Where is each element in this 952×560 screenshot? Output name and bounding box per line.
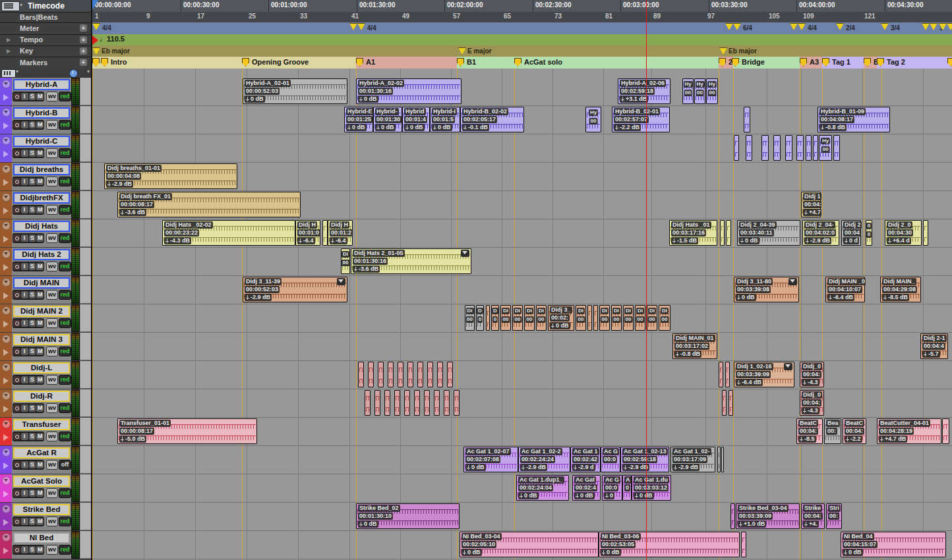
tempo-expander-icon[interactable]: ▶ — [7, 34, 11, 45]
solo-button[interactable]: S — [29, 235, 36, 242]
timecode-label[interactable]: 00:02:30:00 — [535, 1, 571, 9]
waveform-view-button[interactable]: wv — [46, 318, 58, 328]
audio-clip[interactable] — [813, 135, 818, 161]
input-monitor-button[interactable]: I — [21, 461, 28, 468]
audio-clip[interactable]: Didj 1_02-1600:03:39:09-6.4 dB — [734, 362, 794, 387]
track-name[interactable]: Didj Hats — [13, 221, 70, 232]
tempo-event-icon[interactable] — [92, 36, 98, 45]
track-lane[interactable]: Didj 3_11-3900:00:52:03-2.9 dBDidj 3_11-… — [92, 276, 952, 304]
audio-clip[interactable]: BeatC00:04:-8.5 — [796, 418, 823, 444]
audio-clip[interactable]: NI Bed_0400:04:15:070 dB — [841, 532, 946, 557]
audio-clip[interactable]: Hy00 — [819, 135, 832, 161]
track-collapse-button[interactable] — [2, 108, 11, 117]
record-arm-button[interactable] — [13, 490, 20, 497]
add-marker-button[interactable]: + — [80, 59, 87, 66]
audio-clip[interactable]: Di00 — [599, 305, 610, 331]
audio-clip[interactable] — [486, 305, 490, 331]
audio-clip[interactable]: Didj Hats _0100:03:17:16-1.5 dB — [669, 220, 717, 246]
record-arm-button[interactable] — [13, 461, 20, 468]
waveform-view-button[interactable]: wv — [46, 290, 58, 300]
audio-clip[interactable]: Hybrid-B_02-0100:02:57:07-2.2 dB — [612, 107, 670, 132]
audio-clip[interactable]: Didj breaths_01-0100:00:04:08-2.9 dB — [104, 163, 237, 189]
track-resize-strip[interactable] — [80, 304, 91, 332]
audio-clip[interactable] — [417, 362, 423, 387]
track-lane[interactable]: Didj Hats _02-0200:00:23:22-4.3 dBDidj H… — [92, 219, 952, 248]
bar-number-label[interactable]: 41 — [351, 13, 359, 20]
track-name[interactable]: Hybrid-C — [13, 136, 70, 147]
solo-button[interactable]: S — [29, 405, 36, 412]
input-monitor-button[interactable]: I — [21, 518, 28, 525]
track-name[interactable]: Hybrid-B — [13, 107, 70, 119]
bar-number-label[interactable]: 9 — [146, 13, 150, 20]
automation-mode-button[interactable]: red — [59, 517, 71, 526]
audio-clip[interactable] — [587, 305, 592, 331]
input-monitor-button[interactable]: I — [21, 433, 28, 440]
timecode-label[interactable]: 00:04:30:00 — [887, 1, 923, 9]
track-name[interactable]: Transfuser — [13, 419, 70, 430]
audio-clip[interactable]: Ac G00:0 — [601, 447, 620, 472]
track-lane[interactable]: Didj MAIN_0100:03:17:02-0.8 dBDidj 2-100… — [92, 333, 952, 361]
ruler-label-timecode[interactable]: Timecode — [28, 0, 65, 12]
input-monitor-button[interactable]: I — [21, 178, 28, 185]
track-lane[interactable]: Ac Gat 1.dup1_00:02:24:040 dBAc Gat00:02… — [92, 474, 952, 503]
solo-button[interactable]: S — [29, 93, 36, 100]
audio-clip[interactable]: D0 — [491, 305, 499, 331]
bar-number-label[interactable]: 89 — [653, 13, 661, 20]
audio-clip[interactable]: Di00 — [500, 305, 511, 331]
solo-button[interactable]: S — [29, 320, 36, 327]
audio-clip[interactable] — [378, 362, 384, 387]
audio-clip[interactable]: Di00 — [341, 248, 350, 274]
audio-clip[interactable] — [725, 362, 730, 387]
marker-label[interactable]: Opening Groove — [252, 58, 309, 66]
audio-clip[interactable]: Hy00 — [682, 78, 694, 104]
audio-clip[interactable]: D0 — [476, 305, 484, 331]
audio-clip[interactable]: Didj H00:01:0-6.4 — [295, 220, 320, 246]
automation-mode-button[interactable]: red — [59, 233, 71, 243]
audio-clip[interactable]: Didj MAIN _000:04:10:07-6.4 dB — [825, 277, 865, 302]
audio-clip[interactable] — [374, 390, 380, 416]
waveform-view-button[interactable]: wv — [46, 233, 58, 243]
audio-clip[interactable] — [746, 135, 752, 161]
marker-label[interactable]: A1 — [366, 58, 375, 66]
solo-button[interactable]: S — [29, 546, 36, 553]
audio-clip[interactable]: 00 — [866, 220, 872, 246]
audio-clip[interactable] — [384, 390, 390, 416]
waveform-view-button[interactable]: wv — [46, 460, 58, 470]
automation-mode-button[interactable]: red — [59, 347, 71, 356]
key-event-icon[interactable] — [458, 47, 466, 55]
mute-button[interactable]: M — [36, 405, 44, 412]
track-name[interactable]: Strike Bed — [13, 504, 70, 515]
automation-mode-button[interactable]: red — [59, 375, 71, 385]
track-name[interactable]: DidjbrethFX — [13, 192, 70, 204]
tempo-ruler[interactable]: ♩110.5 — [92, 34, 952, 46]
ruler-label-key[interactable]: Key — [20, 45, 33, 57]
audio-clip[interactable]: Hybrid-B_02-0200:02:05:17-0.1 dB — [460, 107, 524, 132]
input-monitor-button[interactable]: I — [21, 320, 28, 327]
record-arm-button[interactable] — [13, 320, 20, 327]
audio-clip[interactable] — [741, 532, 746, 557]
automation-mode-button[interactable]: red — [59, 290, 71, 300]
timecode-label[interactable]: 00:00:00:00 — [95, 1, 131, 9]
waveform-view-button[interactable]: wv — [46, 262, 58, 271]
solo-button[interactable]: S — [29, 291, 36, 298]
audio-clip[interactable]: Strike00:04:+4. — [801, 503, 825, 529]
timecode-label[interactable]: 00:03:00:00 — [623, 1, 659, 9]
track-resize-strip[interactable] — [80, 134, 91, 162]
audio-clip[interactable] — [923, 220, 928, 246]
track-collapse-button[interactable] — [2, 80, 11, 88]
record-arm-button[interactable] — [13, 150, 20, 157]
input-monitor-button[interactable]: I — [21, 93, 28, 100]
meter-event-icon[interactable] — [930, 23, 937, 30]
track-playlist-arrow-icon[interactable] — [3, 179, 9, 186]
track-collapse-button[interactable] — [2, 476, 11, 485]
record-arm-button[interactable] — [13, 235, 20, 242]
audio-clip[interactable]: Di00 — [647, 305, 657, 331]
bar-number-label[interactable]: 33 — [300, 13, 307, 20]
input-monitor-button[interactable]: I — [21, 376, 28, 383]
audio-clip[interactable] — [730, 503, 735, 529]
input-monitor-button[interactable]: I — [21, 546, 28, 553]
solo-button[interactable]: S — [29, 433, 36, 440]
track-resize-strip[interactable] — [80, 474, 91, 502]
audio-clip[interactable]: A0 — [622, 475, 632, 501]
waveform-view-button[interactable]: wv — [46, 148, 58, 158]
